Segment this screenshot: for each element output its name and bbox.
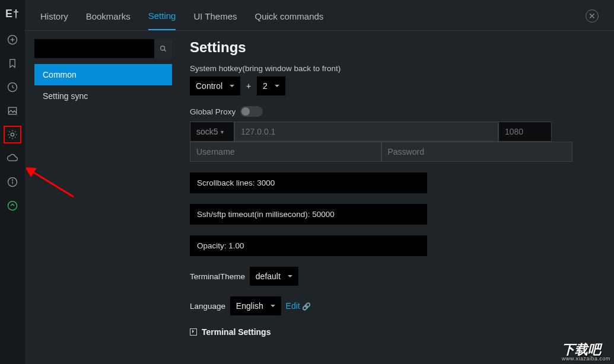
sidebar-item-setting-sync[interactable]: Setting sync (34, 85, 172, 107)
expand-icon (190, 328, 197, 336)
language-label: Language (190, 302, 225, 311)
svg-point-9 (8, 202, 17, 210)
add-icon[interactable] (6, 33, 19, 46)
opacity-input[interactable] (190, 235, 427, 256)
settings-content: Settings System hotkey(bring window back… (172, 31, 614, 364)
svg-rect-4 (8, 107, 16, 114)
upgrade-icon[interactable] (6, 199, 19, 212)
proxy-password-input[interactable] (381, 142, 573, 162)
svg-point-5 (11, 133, 14, 136)
settings-gear-icon[interactable] (6, 128, 19, 141)
hotkey-key-select[interactable]: 2 (257, 76, 285, 95)
scrollback-input[interactable] (190, 173, 427, 193)
hotkey-modifier-select[interactable]: Control (190, 76, 240, 95)
proxy-username-input[interactable] (190, 142, 381, 162)
icon-sidebar: E† (0, 0, 25, 364)
tab-setting[interactable]: Setting (148, 11, 176, 30)
close-icon[interactable]: ✕ (586, 9, 599, 23)
language-edit-link[interactable]: Edit🔗 (286, 301, 311, 311)
tab-quick-commands[interactable]: Quick commands (255, 11, 324, 30)
app-logo-icon: E† (6, 5, 19, 23)
image-icon[interactable] (6, 104, 19, 117)
tab-ui-themes[interactable]: UI Themes (193, 11, 237, 30)
svg-line-11 (164, 50, 166, 52)
top-tabs: History Bookmarks Setting UI Themes Quic… (25, 0, 614, 31)
terminal-theme-select[interactable]: default (250, 267, 298, 286)
svg-point-10 (161, 46, 165, 50)
proxy-type-select[interactable]: sock5▾ (190, 122, 234, 142)
global-proxy-toggle[interactable] (240, 106, 263, 117)
proxy-port-input[interactable] (498, 122, 552, 142)
global-proxy-label: Global Proxy (190, 107, 236, 116)
external-link-icon: 🔗 (302, 302, 311, 311)
cloud-sync-icon[interactable] (6, 152, 19, 165)
history-icon[interactable] (6, 81, 19, 94)
tab-history[interactable]: History (40, 11, 68, 30)
svg-point-8 (12, 180, 13, 180)
timeout-input[interactable] (190, 204, 427, 225)
sidebar-item-common[interactable]: Common (34, 64, 172, 85)
bookmark-icon[interactable] (6, 57, 19, 70)
search-icon[interactable] (154, 39, 172, 58)
info-icon[interactable] (6, 175, 19, 189)
settings-sidebar: Common Setting sync (34, 31, 172, 364)
terminal-settings-header[interactable]: Terminal Settings (190, 327, 596, 337)
hotkey-label: System hotkey(bring window back to front… (190, 64, 596, 73)
language-select[interactable]: English (230, 296, 281, 315)
proxy-host-input[interactable] (234, 122, 498, 142)
terminal-theme-label: TerminalTheme (190, 272, 245, 281)
page-title: Settings (190, 39, 596, 56)
hotkey-plus: + (243, 76, 254, 95)
search-input[interactable] (34, 39, 154, 58)
watermark: 下载吧 www.xiazaiba.com (562, 343, 610, 362)
tab-bookmarks[interactable]: Bookmarks (86, 11, 131, 30)
